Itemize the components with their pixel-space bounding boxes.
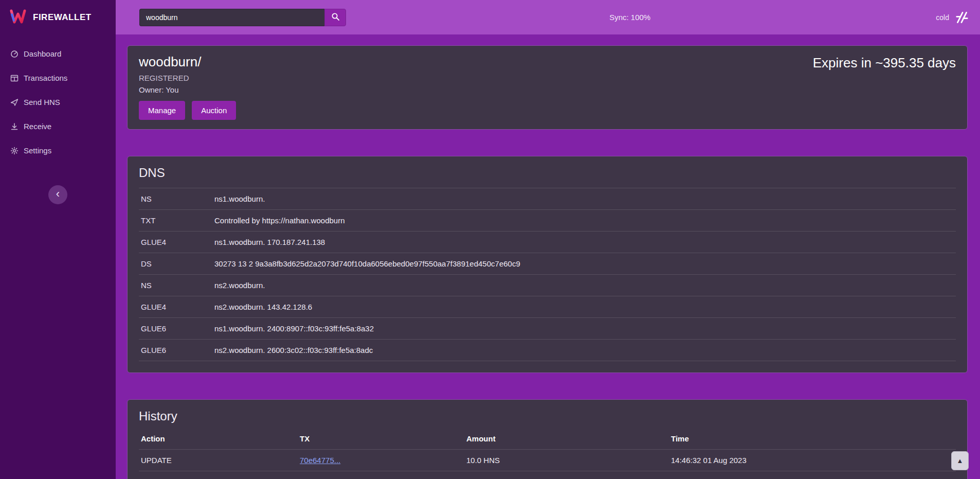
dns-record-value: ns2.woodburn. 2600:3c02::f03c:93ff:fe5a:…: [214, 346, 373, 354]
dns-card: DNS NS ns1.woodburn. TXT Controlled by h…: [127, 156, 968, 373]
dns-record-type: GLUE4: [141, 238, 214, 246]
sidebar-item-dashboard[interactable]: Dashboard: [0, 42, 116, 66]
search-bar: [139, 9, 346, 26]
dns-record-row: DS 30273 13 2 9a3a8fb3d625d2a2073d740f10…: [139, 253, 956, 274]
domain-expiry: Expires in ~395.35 days: [813, 55, 956, 71]
search-input[interactable]: [139, 9, 324, 26]
dns-record-type: TXT: [141, 216, 214, 225]
dns-record-type: GLUE4: [141, 303, 214, 311]
dns-record-value: 30273 13 2 9a3a8fb3d625d2a2073d740f10da6…: [214, 259, 520, 268]
history-title: History: [139, 409, 956, 423]
wallet-name: cold: [936, 13, 949, 22]
dns-record-type: DS: [141, 259, 214, 268]
dns-record-type: GLUE6: [141, 324, 214, 333]
dns-record-row: GLUE4 ns2.woodburn. 143.42.128.6: [139, 296, 956, 317]
sidebar-item-label: Receive: [24, 122, 51, 131]
history-header-row: Action TX Amount Time: [139, 431, 956, 449]
sidebar-item-transactions[interactable]: Transactions: [0, 66, 116, 90]
send-icon: [10, 98, 19, 107]
dns-record-row: NS ns1.woodburn.: [139, 188, 956, 209]
app-title: FIREWALLET: [33, 12, 92, 23]
domain-actions: Manage Auction: [139, 101, 956, 120]
domain-card: woodburn/ REGISTERED Owner: You Manage A…: [127, 45, 968, 130]
sidebar-item-send-hns[interactable]: Send HNS: [0, 90, 116, 114]
history-table: Action TX Amount Time UPDATE 70e64775...…: [139, 431, 956, 479]
dns-record-row: GLUE6 ns1.woodburn. 2400:8907::f03c:93ff…: [139, 317, 956, 339]
handshake-icon[interactable]: [954, 10, 970, 25]
sidebar-item-label: Dashboard: [24, 49, 61, 58]
dns-record-type: GLUE6: [141, 346, 214, 354]
dns-record-value: ns2.woodburn. 143.42.128.6: [214, 303, 312, 311]
sidebar-item-label: Transactions: [24, 74, 67, 82]
topbar: Sync: 100% cold: [116, 0, 980, 34]
app-brand[interactable]: FIREWALLET: [0, 0, 116, 34]
history-action: UPDATE: [141, 456, 300, 465]
dns-record-row: TXT Controlled by https://nathan.woodbur…: [139, 209, 956, 231]
sidebar-nav: Dashboard Transactions Send HNS Receive …: [0, 34, 116, 163]
dns-table: NS ns1.woodburn. TXT Controlled by https…: [139, 188, 956, 361]
auction-button[interactable]: Auction: [192, 101, 236, 120]
sidebar-item-settings[interactable]: Settings: [0, 138, 116, 163]
sidebar-collapse-button[interactable]: ‹: [48, 185, 67, 204]
dns-record-value: ns1.woodburn.: [214, 194, 265, 203]
history-col-tx: TX: [300, 434, 466, 443]
dns-title: DNS: [139, 166, 956, 180]
receive-icon: [10, 122, 19, 131]
history-amount: 10.0 HNS: [466, 456, 671, 465]
search-button[interactable]: [324, 9, 346, 26]
history-row: UPDATE 70e64775... 10.0 HNS 14:46:32 01 …: [139, 449, 956, 471]
scroll-top-button[interactable]: ▲: [951, 451, 969, 470]
chevron-left-icon: ‹: [56, 188, 60, 200]
wallet-indicator: cold: [936, 10, 970, 25]
dns-record-value: Controlled by https://nathan.woodburn: [214, 216, 345, 225]
history-time: 14:46:32 01 Aug 2023: [671, 456, 954, 465]
dns-record-value: ns1.woodburn. 170.187.241.138: [214, 238, 325, 246]
dns-record-type: NS: [141, 281, 214, 290]
history-col-amount: Amount: [466, 434, 671, 443]
manage-button[interactable]: Manage: [139, 101, 185, 120]
dns-record-row: GLUE4 ns1.woodburn. 170.187.241.138: [139, 231, 956, 253]
dns-record-row: GLUE6 ns2.woodburn. 2600:3c02::f03c:93ff…: [139, 339, 956, 361]
firewallet-logo-icon: [9, 9, 27, 26]
domain-owner: Owner: You: [139, 85, 956, 94]
domain-status: REGISTERED: [139, 74, 956, 82]
dns-record-value: ns1.woodburn. 2400:8907::f03c:93ff:fe5a:…: [214, 324, 374, 333]
sidebar-item-label: Settings: [24, 146, 51, 155]
arrow-up-icon: ▲: [957, 457, 964, 465]
history-row: RENEW d79e5e3... 10.0 HNS 15:47:36 07 Fe…: [139, 471, 956, 479]
history-card: History Action TX Amount Time UPDATE 70e…: [127, 399, 968, 479]
history-col-action: Action: [141, 434, 300, 443]
search-icon: [331, 12, 340, 23]
settings-icon: [10, 146, 19, 155]
history-col-time: Time: [671, 434, 954, 443]
dns-record-row: NS ns2.woodburn.: [139, 274, 956, 296]
sidebar: FIREWALLET Dashboard Transactions Send H…: [0, 0, 116, 479]
dns-record-value: ns2.woodburn.: [214, 281, 265, 290]
transactions-icon: [10, 74, 19, 82]
dashboard-icon: [10, 49, 19, 58]
main-content: woodburn/ REGISTERED Owner: You Manage A…: [116, 34, 980, 479]
sidebar-item-receive[interactable]: Receive: [0, 114, 116, 138]
sidebar-item-label: Send HNS: [24, 98, 60, 107]
sync-status: Sync: 100%: [609, 13, 650, 22]
dns-record-type: NS: [141, 194, 214, 203]
tx-link[interactable]: 70e64775...: [300, 456, 340, 465]
